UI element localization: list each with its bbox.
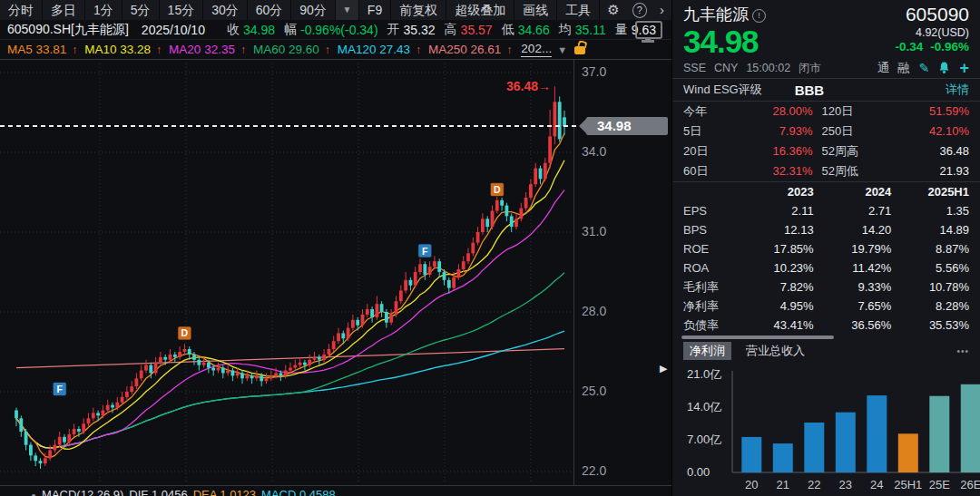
toolbar-action-3[interactable]: 画线	[514, 0, 557, 20]
bar-25E[interactable]	[929, 395, 949, 472]
fin-cell: 10.78%	[891, 277, 969, 297]
bar-23[interactable]	[836, 412, 856, 472]
edit-pencil-icon[interactable]: ✎	[919, 62, 930, 74]
toolbar-period-5[interactable]: 30分	[203, 0, 248, 20]
esg-detail-link[interactable]: 详情	[946, 82, 969, 98]
svg-text:25E: 25E	[929, 478, 950, 491]
ma-legend-ma250: MA250 26.61	[428, 43, 501, 56]
ma-legend-ma120: MA120 27.43	[338, 43, 410, 56]
bar-22[interactable]	[804, 423, 824, 472]
toolbar-period-7[interactable]: 90分	[291, 0, 336, 20]
gear-icon[interactable]: ⚙	[600, 0, 626, 20]
price-axis-tick: 37.0	[582, 64, 606, 79]
fin-cell: 19.79%	[814, 239, 892, 258]
quote-field-label: 收	[227, 22, 240, 38]
financials-table: 202320242025H1EPS2.112.711.35BPS12.1314.…	[683, 182, 969, 335]
fin-cell: 2.11	[736, 201, 814, 220]
perf-value: 16.36%	[725, 141, 822, 161]
up-arrow-icon: ↑	[506, 44, 512, 56]
more-options-icon[interactable]: •••	[956, 346, 969, 356]
unlock-icon[interactable]	[574, 46, 585, 54]
bar-21[interactable]	[773, 443, 793, 472]
high-annotation: 36.48→	[485, 79, 549, 93]
fin-cell: 7.65%	[814, 297, 892, 316]
toolbar-action-2[interactable]: 超级叠加	[446, 0, 514, 20]
perf-value: 32.31%	[725, 161, 822, 181]
svg-text:F: F	[56, 384, 63, 394]
ma-dropdown-icon[interactable]: ▼	[557, 44, 567, 55]
usd-price: 4.92(USD)	[887, 25, 969, 40]
quote-field-label: 高	[445, 22, 457, 38]
alert-bell-icon[interactable]	[938, 62, 950, 74]
perf-label: 今年	[683, 102, 725, 122]
quote-time: 15:00:02	[746, 62, 790, 74]
bar-25H1[interactable]	[898, 433, 918, 472]
bar-26E[interactable]	[961, 384, 980, 472]
kline-chart-area[interactable]: FDFD 37.034.031.028.025.022.0 34.98 36.4…	[0, 60, 671, 485]
tab-total-revenue[interactable]: 营业总收入	[746, 343, 805, 359]
badge-rong[interactable]: 融	[897, 60, 910, 76]
bar-20[interactable]	[741, 436, 761, 472]
toolbar-period-2[interactable]: 1分	[85, 0, 122, 20]
perf-value: 21.93	[873, 161, 970, 181]
perf-value: 51.59%	[873, 102, 970, 122]
info-icon[interactable]: !	[752, 9, 766, 23]
quote-field-value: 34.66	[518, 23, 550, 37]
toolbar-action-1[interactable]: 前复权	[391, 0, 446, 20]
toolbar-action-4[interactable]: 工具	[557, 0, 600, 20]
toolbar-period-1[interactable]: 多日	[43, 0, 85, 20]
floating-monitor-icon[interactable]	[635, 21, 662, 39]
table-scrollbar[interactable]	[681, 336, 834, 339]
kline-plot[interactable]: FDFD	[0, 60, 573, 485]
fin-cell: 35.53%	[891, 316, 969, 335]
toolbar-period-0[interactable]: 分时	[0, 0, 43, 20]
svg-text:22: 22	[808, 478, 820, 491]
interval-dropdown-icon[interactable]: ▼	[336, 0, 359, 20]
svg-text:14.0亿: 14.0亿	[687, 400, 721, 413]
price-axis-tick: 22.0	[582, 463, 606, 478]
chevron-right-icon[interactable]: ›	[652, 0, 671, 20]
up-arrow-icon: ↑	[325, 44, 330, 56]
fin-cell: 14.89	[891, 220, 969, 239]
svg-text:7.00亿: 7.00亿	[687, 433, 721, 446]
stock-terminal-window: 分时多日1分5分15分30分60分90分▼F9前复权超级叠加画线工具⚙?› 60…	[0, 0, 980, 496]
bar-24[interactable]	[867, 395, 887, 472]
perf-value: 7.93%	[725, 122, 822, 141]
fin-cell: 8.87%	[891, 239, 969, 258]
fin-row-label: 净利率	[683, 297, 736, 316]
toolbar-period-6[interactable]: 60分	[248, 0, 292, 20]
svg-text:24: 24	[870, 478, 883, 491]
macd-bullet-icon: ●	[31, 491, 36, 496]
fin-row-label: BPS	[683, 220, 736, 239]
quote-field-value: 34.98	[243, 23, 275, 37]
fin-row-label: 毛利率	[683, 277, 736, 297]
quote-row: 605090.SH[九丰能源]2025/10/10收34.98幅-0.96%(-…	[0, 20, 671, 40]
up-arrow-icon: ↑	[240, 44, 246, 56]
fin-cell: 14.20	[814, 220, 892, 239]
toolbar-action-0[interactable]: F9	[359, 0, 391, 20]
badge-tong[interactable]: 通	[877, 60, 890, 76]
ma-period-selector[interactable]: 202...	[521, 42, 552, 57]
quote-field-label: 幅	[284, 22, 297, 38]
up-arrow-icon: ↑	[156, 44, 162, 56]
add-to-watchlist-icon[interactable]: +	[959, 62, 969, 74]
fin-cell: 11.42%	[814, 258, 892, 277]
exchange-label: SSE	[683, 62, 706, 74]
price-axis-tick: 25.0	[582, 384, 606, 398]
fin-cell: 7.82%	[736, 277, 814, 297]
price-axis-tick: 31.0	[582, 224, 606, 238]
help-icon[interactable]: ?	[632, 3, 647, 18]
toolbar-period-4[interactable]: 15分	[160, 0, 204, 20]
toolbar-period-3[interactable]: 5分	[122, 0, 160, 20]
price-axis-tick: 28.0	[582, 304, 606, 318]
svg-text:25H1: 25H1	[894, 478, 922, 491]
fin-cell: 2.71	[814, 201, 892, 220]
fin-row-label: EPS	[683, 201, 736, 220]
panel-collapse-handle[interactable]: ▶	[660, 363, 667, 374]
perf-label: 52周高	[822, 141, 873, 161]
tab-net-profit[interactable]: 净利润	[683, 342, 731, 360]
fin-col-header: 2023	[736, 182, 814, 201]
currency-label: CNY	[714, 62, 738, 74]
quote-field-value: -0.96%(-0.34)	[300, 23, 378, 37]
earnings-bar-chart: 21.0亿14.0亿7.00亿0.00202122232425H125E26E	[683, 362, 980, 496]
